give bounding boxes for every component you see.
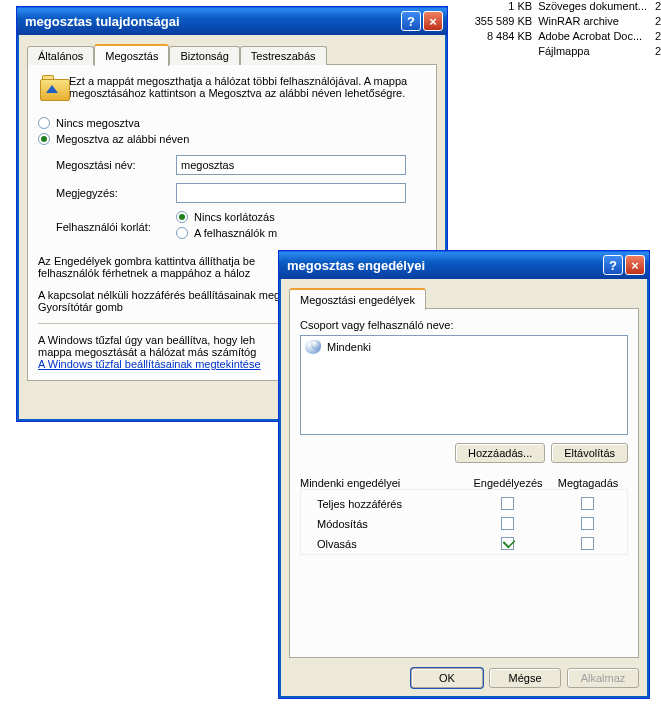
file-size: 8 484 KB xyxy=(462,30,532,45)
list-item[interactable]: Mindenki xyxy=(305,340,623,354)
tab-security[interactable]: Biztonság xyxy=(169,46,239,65)
intro-text: Ezt a mappát megoszthatja a hálózat több… xyxy=(69,75,426,105)
allow-header: Engedélyezés xyxy=(468,477,548,489)
share-name-label: Megosztási név: xyxy=(56,159,176,171)
cancel-button[interactable]: Mégse xyxy=(489,668,561,688)
file-col: 2 xyxy=(653,45,661,60)
file-col: 2 xyxy=(653,0,661,15)
permissions-dialog: megosztas engedélyei ? × Megosztási enge… xyxy=(278,250,650,699)
permission-row: Olvasás xyxy=(301,534,627,554)
radio-user-limit[interactable]: A felhasználók m xyxy=(176,227,426,239)
user-limit-label: Felhasználói korlát: xyxy=(56,221,176,233)
file-type: Fájlmappa xyxy=(538,45,647,60)
user-name: Mindenki xyxy=(327,341,371,353)
titlebar[interactable]: megosztas tulajdonságai ? × xyxy=(17,7,447,35)
permissions-for-label: Mindenki engedélyei xyxy=(300,477,468,489)
radio-label: Nincs megosztva xyxy=(56,117,140,129)
file-col: 2 xyxy=(653,15,661,30)
tab-sharing[interactable]: Megosztás xyxy=(94,44,169,66)
permission-row: Teljes hozzáférés xyxy=(301,494,627,514)
folder-share-icon xyxy=(38,75,57,105)
tab-share-permissions[interactable]: Megosztási engedélyek xyxy=(289,288,426,310)
apply-button[interactable]: Alkalmaz xyxy=(567,668,639,688)
file-list-fragment: 1 KB Szöveges dokument... 2 355 589 KB W… xyxy=(462,0,661,60)
group-icon xyxy=(305,340,321,354)
deny-header: Megtagadás xyxy=(548,477,628,489)
file-type: WinRAR archive xyxy=(538,15,647,30)
file-size xyxy=(462,45,532,60)
radio-icon xyxy=(176,211,188,223)
permission-label: Módosítás xyxy=(301,518,467,530)
window-title: megosztas tulajdonságai xyxy=(25,14,180,29)
file-row[interactable]: 8 484 KB Adobe Acrobat Doc... 2 xyxy=(462,30,661,45)
close-button[interactable]: × xyxy=(423,11,443,31)
deny-checkbox[interactable] xyxy=(581,497,594,510)
ok-button[interactable]: OK xyxy=(411,668,483,688)
radio-shared-as[interactable]: Megosztva az alábbi néven xyxy=(38,133,426,145)
radio-icon xyxy=(176,227,188,239)
file-size: 355 589 KB xyxy=(462,15,532,30)
file-row[interactable]: 355 589 KB WinRAR archive 2 xyxy=(462,15,661,30)
radio-label: Nincs korlátozás xyxy=(194,211,275,223)
file-size: 1 KB xyxy=(462,0,532,15)
deny-checkbox[interactable] xyxy=(581,537,594,550)
radio-not-shared[interactable]: Nincs megosztva xyxy=(38,117,426,129)
tab-customize[interactable]: Testreszabás xyxy=(240,46,327,65)
comment-input[interactable] xyxy=(176,183,406,203)
share-name-input[interactable] xyxy=(176,155,406,175)
file-type: Szöveges dokument... xyxy=(538,0,647,15)
remove-button[interactable]: Eltávolítás xyxy=(551,443,628,463)
tab-general[interactable]: Általános xyxy=(27,46,94,65)
permission-label: Teljes hozzáférés xyxy=(301,498,467,510)
file-type: Adobe Acrobat Doc... xyxy=(538,30,647,45)
users-listbox[interactable]: Mindenki xyxy=(300,335,628,435)
file-row[interactable]: Fájlmappa 2 xyxy=(462,45,661,60)
help-button[interactable]: ? xyxy=(603,255,623,275)
file-col: 2 xyxy=(653,30,661,45)
file-row[interactable]: 1 KB Szöveges dokument... 2 xyxy=(462,0,661,15)
help-button[interactable]: ? xyxy=(401,11,421,31)
radio-no-limit[interactable]: Nincs korlátozás xyxy=(176,211,426,223)
radio-icon xyxy=(38,117,50,129)
tab-strip: Általános Megosztás Biztonság Testreszab… xyxy=(27,43,437,65)
permission-label: Olvasás xyxy=(301,538,467,550)
close-button[interactable]: × xyxy=(625,255,645,275)
comment-label: Megjegyzés: xyxy=(56,187,176,199)
deny-checkbox[interactable] xyxy=(581,517,594,530)
titlebar[interactable]: megosztas engedélyei ? × xyxy=(279,251,649,279)
group-user-label: Csoport vagy felhasználó neve: xyxy=(300,319,628,331)
firewall-settings-link[interactable]: A Windows tűzfal beállításainak megtekin… xyxy=(38,358,261,370)
radio-icon xyxy=(38,133,50,145)
allow-checkbox[interactable] xyxy=(501,517,514,530)
permission-row: Módosítás xyxy=(301,514,627,534)
allow-checkbox[interactable] xyxy=(501,497,514,510)
allow-checkbox[interactable] xyxy=(501,537,514,550)
add-button[interactable]: Hozzáadás... xyxy=(455,443,545,463)
radio-label: Megosztva az alábbi néven xyxy=(56,133,189,145)
radio-label: A felhasználók m xyxy=(194,227,277,239)
window-title: megosztas engedélyei xyxy=(287,258,425,273)
